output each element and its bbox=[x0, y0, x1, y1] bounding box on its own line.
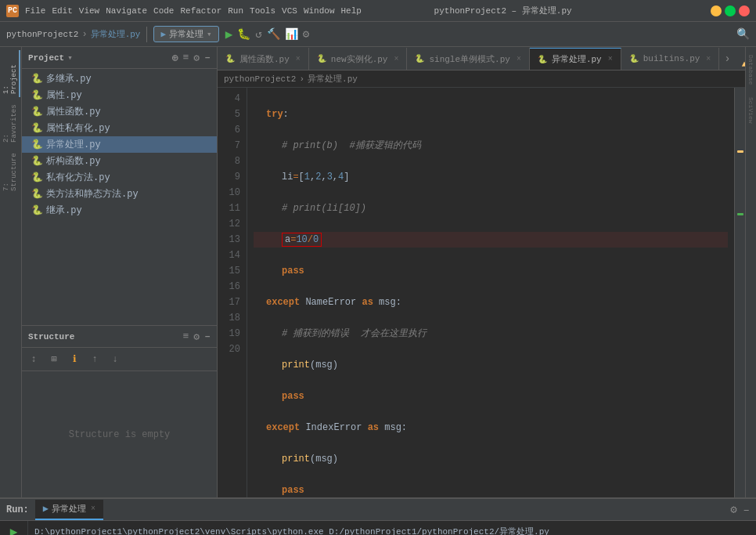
python-file-icon: 🐍 bbox=[31, 155, 43, 167]
structure-list-icon[interactable]: ≡ bbox=[183, 331, 189, 343]
run-label: Run: bbox=[6, 504, 29, 515]
sidebar-header: Project ▾ ⊕ ≡ ⚙ – bbox=[22, 47, 217, 69]
structure-expand-btn[interactable]: ⊞ bbox=[45, 352, 63, 367]
menu-refactor[interactable]: Refactor bbox=[180, 6, 221, 16]
tab-label: 属性函数.py bbox=[239, 53, 290, 65]
tree-item-label: 属性.py bbox=[46, 89, 82, 102]
tree-item-jicheng[interactable]: 🐍 继承.py bbox=[22, 202, 217, 219]
tree-item-duoji[interactable]: 🐍 多继承.py bbox=[22, 70, 217, 87]
menu-code[interactable]: Code bbox=[153, 6, 174, 16]
coverage-button[interactable]: 📊 bbox=[285, 27, 298, 41]
menu-tools[interactable]: Tools bbox=[250, 6, 275, 16]
run-gutter: ▶ ⇓ 📌 ☰ bbox=[0, 521, 28, 535]
activity-favorites[interactable]: 2: Favorites bbox=[2, 99, 20, 146]
tab-builtins[interactable]: 🐍 builtins.py × bbox=[621, 48, 720, 70]
tab-file-icon: 🐍 bbox=[538, 55, 547, 64]
tab-yichang[interactable]: 🐍 异常处理.py × bbox=[530, 48, 621, 70]
structure-close-icon[interactable]: – bbox=[204, 331, 211, 343]
run-settings-icon[interactable]: ⚙ bbox=[730, 503, 736, 516]
run-button[interactable]: ▶ bbox=[225, 27, 233, 42]
tab-close-btn[interactable]: × bbox=[296, 55, 301, 63]
menu-view[interactable]: View bbox=[79, 6, 99, 16]
structure-info-btn[interactable]: ℹ bbox=[66, 352, 83, 367]
run-tab-close-btn[interactable]: × bbox=[91, 504, 95, 513]
sidebar-close-icon[interactable]: – bbox=[204, 52, 211, 64]
tree-item-label: 属性私有化.py bbox=[46, 121, 110, 135]
structure-up-btn[interactable]: ↑ bbox=[86, 352, 103, 367]
code-line-5: # print(b) #捕获逻辑的代码 bbox=[254, 138, 728, 154]
code-line-13: pass bbox=[254, 389, 728, 404]
tab-single[interactable]: 🐍 single单例模式.py × bbox=[407, 48, 529, 70]
dropdown-icon: ▾ bbox=[207, 29, 212, 39]
run-play-btn[interactable]: ▶ bbox=[6, 524, 22, 535]
settings-button[interactable]: ⚙ bbox=[303, 27, 309, 41]
structure-down-btn[interactable]: ↓ bbox=[106, 352, 124, 367]
tree-item-label: 析构函数.py bbox=[46, 154, 101, 168]
maximize-button[interactable] bbox=[725, 5, 736, 16]
window-title: pythonProject2 – 异常处理.py bbox=[434, 5, 572, 16]
tree-item-leifangfa[interactable]: 🐍 类方法和静态方法.py bbox=[22, 186, 217, 202]
tree-item-shuxsiyu[interactable]: 🐍 属性私有化.py bbox=[22, 120, 217, 136]
menu-navigate[interactable]: Navigate bbox=[106, 6, 147, 16]
menu-run[interactable]: Run bbox=[228, 6, 243, 16]
right-panel-database[interactable]: Database bbox=[747, 50, 756, 89]
activity-project[interactable]: 1: Project bbox=[2, 50, 20, 97]
close-button[interactable] bbox=[739, 5, 750, 16]
menu-vcs[interactable]: VCS bbox=[282, 6, 297, 16]
tab-file-icon: 🐍 bbox=[629, 54, 639, 63]
search-button[interactable]: 🔍 bbox=[736, 27, 750, 41]
tree-item-shuxing[interactable]: 🐍 属性.py bbox=[22, 87, 217, 103]
code-line-7: # print(li[10]) bbox=[254, 201, 728, 216]
menu-edit[interactable]: Edit bbox=[52, 6, 72, 16]
tab-shuxhanshu[interactable]: 🐍 属性函数.py × bbox=[218, 48, 309, 70]
tab-file-icon: 🐍 bbox=[317, 54, 326, 63]
python-file-icon: 🐍 bbox=[31, 106, 43, 117]
run-tab-yichang[interactable]: ▶ 异常处理 × bbox=[35, 500, 103, 520]
sidebar-collapse-icon[interactable]: ≡ bbox=[183, 52, 189, 64]
menu-help[interactable]: Help bbox=[341, 6, 362, 16]
project-tree: 🐍 多继承.py 🐍 属性.py 🐍 属性函数.py 🐍 属性私有化.py 🐍 … bbox=[22, 69, 217, 325]
tab-close-btn[interactable]: × bbox=[394, 55, 398, 63]
tree-item-yichang[interactable]: 🐍 异常处理.py bbox=[22, 136, 217, 153]
sidebar-settings-icon[interactable]: ⚙ bbox=[193, 52, 200, 64]
run-content: ▶ ⇓ 📌 ☰ D:\pythonProject1\pythonProject2… bbox=[0, 521, 756, 535]
tab-scroll-right[interactable]: › bbox=[719, 52, 735, 65]
breadcrumb-sep: › bbox=[81, 29, 87, 40]
run-minimize-icon[interactable]: – bbox=[743, 504, 750, 516]
menu-file[interactable]: File bbox=[25, 6, 45, 16]
minimize-button[interactable] bbox=[711, 5, 722, 16]
run-output[interactable]: D:\pythonProject1\pythonProject2\venv\Sc… bbox=[28, 521, 756, 535]
window-controls bbox=[711, 5, 750, 16]
run-config-label: 异常处理 bbox=[169, 28, 203, 40]
activity-structure[interactable]: 7: Structure bbox=[2, 147, 20, 194]
code-line-9: pass bbox=[254, 263, 728, 279]
tab-close-btn[interactable]: × bbox=[517, 55, 521, 63]
tree-item-xigou[interactable]: 🐍 析构函数.py bbox=[22, 153, 217, 169]
toolbar-separator bbox=[146, 27, 147, 42]
right-panel-sciview[interactable]: SciView bbox=[747, 91, 756, 130]
project-breadcrumb: pythonProject2 bbox=[6, 30, 78, 39]
toolbar: pythonProject2 › 异常处理.py ▶ 异常处理 ▾ ▶ 🐛 ↺ … bbox=[0, 22, 756, 47]
right-gutter bbox=[734, 88, 745, 497]
structure-settings-icon[interactable]: ⚙ bbox=[193, 331, 200, 343]
menu-window[interactable]: Window bbox=[304, 6, 335, 16]
run-tab-label: 异常处理 bbox=[52, 503, 86, 515]
breadcrumb-sep1: › bbox=[299, 74, 304, 84]
debug-button[interactable]: 🐛 bbox=[237, 27, 250, 41]
build-button[interactable]: 🔨 bbox=[267, 27, 280, 41]
structure-panel: Structure ≡ ⚙ – ↕ ⊞ ℹ ↑ ↓ Structure is e… bbox=[22, 325, 217, 497]
run-config-dropdown[interactable]: ▶ 异常处理 ▾ bbox=[153, 26, 218, 42]
reload-button[interactable]: ↺ bbox=[255, 27, 261, 41]
tree-item-siyou[interactable]: 🐍 私有化方法.py bbox=[22, 169, 217, 186]
tab-label: single单例模式.py bbox=[429, 53, 509, 65]
tab-close-btn[interactable]: × bbox=[706, 55, 711, 63]
tab-new-instance[interactable]: 🐍 new实例化.py × bbox=[309, 48, 408, 70]
editor-area: 🐍 属性函数.py × 🐍 new实例化.py × 🐍 single单例模式.p… bbox=[218, 47, 745, 497]
tree-item-shuxhanshu[interactable]: 🐍 属性函数.py bbox=[22, 103, 217, 120]
bottom-panel: Run: ▶ 异常处理 × ⚙ – ▶ ⇓ 📌 ☰ D:\pythonProje… bbox=[0, 497, 756, 535]
tab-label: 异常处理.py bbox=[552, 53, 602, 65]
structure-sort-btn[interactable]: ↕ bbox=[25, 352, 42, 367]
sidebar-add-icon[interactable]: ⊕ bbox=[172, 52, 178, 64]
code-content[interactable]: try: # print(b) #捕获逻辑的代码 li=[1,2,3,4] # … bbox=[247, 88, 734, 497]
tab-close-btn[interactable]: × bbox=[608, 55, 613, 63]
